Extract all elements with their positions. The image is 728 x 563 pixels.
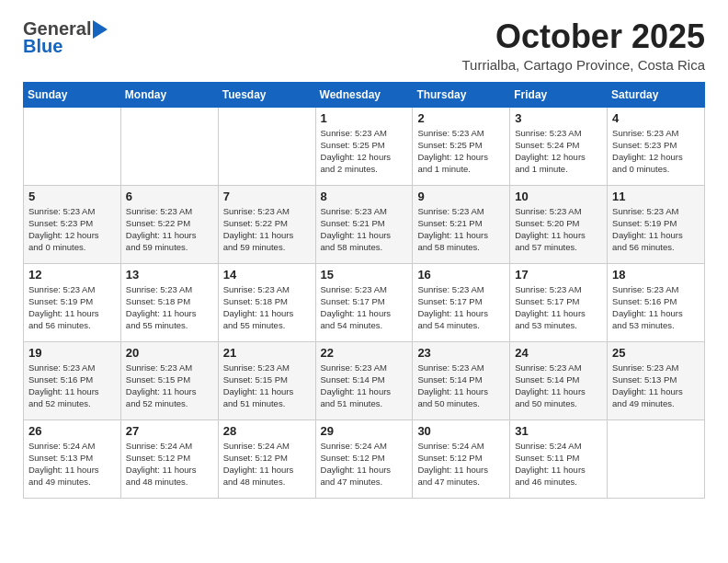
day-info: Sunrise: 5:23 AM Sunset: 5:17 PM Dayligh… xyxy=(417,283,505,332)
day-info: Sunrise: 5:23 AM Sunset: 5:25 PM Dayligh… xyxy=(321,127,408,176)
calendar-cell: 8Sunrise: 5:23 AM Sunset: 5:21 PM Daylig… xyxy=(315,185,413,263)
calendar-cell: 13Sunrise: 5:23 AM Sunset: 5:18 PM Dayli… xyxy=(120,263,218,341)
calendar-cell: 20Sunrise: 5:23 AM Sunset: 5:15 PM Dayli… xyxy=(120,341,218,419)
calendar-cell: 19Sunrise: 5:23 AM Sunset: 5:16 PM Dayli… xyxy=(24,341,121,419)
calendar-cell: 31Sunrise: 5:24 AM Sunset: 5:11 PM Dayli… xyxy=(510,419,608,498)
day-number: 22 xyxy=(321,346,408,360)
calendar-cell: 23Sunrise: 5:23 AM Sunset: 5:14 PM Dayli… xyxy=(413,341,510,419)
day-info: Sunrise: 5:23 AM Sunset: 5:19 PM Dayligh… xyxy=(28,283,116,332)
calendar-cell: 28Sunrise: 5:24 AM Sunset: 5:12 PM Dayli… xyxy=(218,419,315,498)
calendar-cell: 14Sunrise: 5:23 AM Sunset: 5:18 PM Dayli… xyxy=(218,263,315,341)
day-info: Sunrise: 5:23 AM Sunset: 5:14 PM Dayligh… xyxy=(321,362,408,410)
calendar-cell: 10Sunrise: 5:23 AM Sunset: 5:20 PM Dayli… xyxy=(510,185,608,263)
calendar-cell: 11Sunrise: 5:23 AM Sunset: 5:19 PM Dayli… xyxy=(608,185,705,263)
calendar-cell: 4Sunrise: 5:23 AM Sunset: 5:23 PM Daylig… xyxy=(608,107,705,185)
day-number: 15 xyxy=(321,268,408,282)
week-row: 12Sunrise: 5:23 AM Sunset: 5:19 PM Dayli… xyxy=(24,263,705,341)
calendar-cell: 29Sunrise: 5:24 AM Sunset: 5:12 PM Dayli… xyxy=(315,419,413,498)
title-area: October 2025 Turrialba, Cartago Province… xyxy=(461,18,705,73)
day-number: 19 xyxy=(28,346,116,360)
calendar-cell: 18Sunrise: 5:23 AM Sunset: 5:16 PM Dayli… xyxy=(608,263,705,341)
day-number: 1 xyxy=(321,111,408,125)
day-info: Sunrise: 5:23 AM Sunset: 5:13 PM Dayligh… xyxy=(612,362,700,410)
calendar-cell: 16Sunrise: 5:23 AM Sunset: 5:17 PM Dayli… xyxy=(413,263,510,341)
day-number: 20 xyxy=(126,346,213,360)
day-header-wednesday: Wednesday xyxy=(315,82,413,107)
calendar-cell: 1Sunrise: 5:23 AM Sunset: 5:25 PM Daylig… xyxy=(315,107,413,185)
day-info: Sunrise: 5:24 AM Sunset: 5:12 PM Dayligh… xyxy=(417,440,505,488)
day-info: Sunrise: 5:23 AM Sunset: 5:23 PM Dayligh… xyxy=(28,205,116,254)
day-info: Sunrise: 5:24 AM Sunset: 5:13 PM Dayligh… xyxy=(28,440,116,488)
day-info: Sunrise: 5:23 AM Sunset: 5:21 PM Dayligh… xyxy=(417,205,505,254)
calendar-cell: 3Sunrise: 5:23 AM Sunset: 5:24 PM Daylig… xyxy=(510,107,608,185)
day-info: Sunrise: 5:23 AM Sunset: 5:25 PM Dayligh… xyxy=(417,127,505,176)
week-row: 19Sunrise: 5:23 AM Sunset: 5:16 PM Dayli… xyxy=(24,341,705,419)
day-number: 8 xyxy=(321,190,408,203)
day-info: Sunrise: 5:24 AM Sunset: 5:12 PM Dayligh… xyxy=(321,440,408,488)
day-number: 3 xyxy=(515,111,602,125)
day-number: 9 xyxy=(417,190,505,203)
day-number: 24 xyxy=(515,346,602,360)
calendar-cell: 17Sunrise: 5:23 AM Sunset: 5:17 PM Dayli… xyxy=(510,263,608,341)
day-number: 16 xyxy=(417,268,505,282)
day-number: 31 xyxy=(515,424,602,438)
calendar-cell xyxy=(608,419,705,498)
calendar-cell: 30Sunrise: 5:24 AM Sunset: 5:12 PM Dayli… xyxy=(413,419,510,498)
day-info: Sunrise: 5:23 AM Sunset: 5:23 PM Dayligh… xyxy=(612,127,700,176)
day-header-saturday: Saturday xyxy=(608,82,705,107)
day-header-sunday: Sunday xyxy=(24,82,121,107)
location-title: Turrialba, Cartago Province, Costa Rica xyxy=(461,57,705,73)
day-number: 29 xyxy=(321,424,408,438)
day-info: Sunrise: 5:24 AM Sunset: 5:11 PM Dayligh… xyxy=(515,440,602,488)
calendar-cell: 2Sunrise: 5:23 AM Sunset: 5:25 PM Daylig… xyxy=(413,107,510,185)
day-info: Sunrise: 5:23 AM Sunset: 5:18 PM Dayligh… xyxy=(126,283,213,332)
calendar-cell: 26Sunrise: 5:24 AM Sunset: 5:13 PM Dayli… xyxy=(24,419,121,498)
calendar-cell: 6Sunrise: 5:23 AM Sunset: 5:22 PM Daylig… xyxy=(120,185,218,263)
day-header-tuesday: Tuesday xyxy=(218,82,315,107)
day-info: Sunrise: 5:23 AM Sunset: 5:17 PM Dayligh… xyxy=(515,283,602,332)
day-number: 21 xyxy=(223,346,311,360)
day-number: 27 xyxy=(126,424,213,438)
day-number: 30 xyxy=(417,424,505,438)
day-info: Sunrise: 5:23 AM Sunset: 5:24 PM Dayligh… xyxy=(515,127,602,176)
day-number: 12 xyxy=(28,268,116,282)
day-number: 11 xyxy=(612,190,700,203)
day-info: Sunrise: 5:23 AM Sunset: 5:15 PM Dayligh… xyxy=(126,362,213,410)
calendar-cell xyxy=(120,107,218,185)
day-info: Sunrise: 5:23 AM Sunset: 5:14 PM Dayligh… xyxy=(515,362,602,410)
day-info: Sunrise: 5:23 AM Sunset: 5:17 PM Dayligh… xyxy=(321,283,408,332)
day-info: Sunrise: 5:23 AM Sunset: 5:21 PM Dayligh… xyxy=(321,205,408,254)
calendar-cell: 9Sunrise: 5:23 AM Sunset: 5:21 PM Daylig… xyxy=(413,185,510,263)
calendar-cell: 12Sunrise: 5:23 AM Sunset: 5:19 PM Dayli… xyxy=(24,263,121,341)
day-number: 26 xyxy=(28,424,116,438)
day-info: Sunrise: 5:24 AM Sunset: 5:12 PM Dayligh… xyxy=(126,440,213,488)
day-number: 14 xyxy=(223,268,311,282)
day-info: Sunrise: 5:23 AM Sunset: 5:14 PM Dayligh… xyxy=(417,362,505,410)
calendar-cell: 21Sunrise: 5:23 AM Sunset: 5:15 PM Dayli… xyxy=(218,341,315,419)
day-number: 2 xyxy=(417,111,505,125)
calendar-cell: 5Sunrise: 5:23 AM Sunset: 5:23 PM Daylig… xyxy=(24,185,121,263)
day-number: 6 xyxy=(126,190,213,203)
calendar-cell: 27Sunrise: 5:24 AM Sunset: 5:12 PM Dayli… xyxy=(120,419,218,498)
day-number: 25 xyxy=(612,346,700,360)
calendar-cell xyxy=(24,107,121,185)
calendar-cell: 24Sunrise: 5:23 AM Sunset: 5:14 PM Dayli… xyxy=(510,341,608,419)
day-info: Sunrise: 5:24 AM Sunset: 5:12 PM Dayligh… xyxy=(223,440,311,488)
calendar-table: SundayMondayTuesdayWednesdayThursdayFrid… xyxy=(23,82,705,499)
day-number: 13 xyxy=(126,268,213,282)
day-number: 23 xyxy=(417,346,505,360)
month-title: October 2025 xyxy=(461,18,705,55)
week-row: 5Sunrise: 5:23 AM Sunset: 5:23 PM Daylig… xyxy=(24,185,705,263)
calendar-cell: 15Sunrise: 5:23 AM Sunset: 5:17 PM Dayli… xyxy=(315,263,413,341)
logo-blue: Blue xyxy=(23,36,108,57)
day-number: 18 xyxy=(612,268,700,282)
day-info: Sunrise: 5:23 AM Sunset: 5:18 PM Dayligh… xyxy=(223,283,311,332)
calendar-cell xyxy=(218,107,315,185)
day-number: 4 xyxy=(612,111,700,125)
calendar-cell: 7Sunrise: 5:23 AM Sunset: 5:22 PM Daylig… xyxy=(218,185,315,263)
day-header-monday: Monday xyxy=(120,82,218,107)
week-row: 1Sunrise: 5:23 AM Sunset: 5:25 PM Daylig… xyxy=(24,107,705,185)
day-info: Sunrise: 5:23 AM Sunset: 5:15 PM Dayligh… xyxy=(223,362,311,410)
header: General Blue October 2025 Turrialba, Car… xyxy=(23,18,705,73)
day-number: 5 xyxy=(28,190,116,203)
